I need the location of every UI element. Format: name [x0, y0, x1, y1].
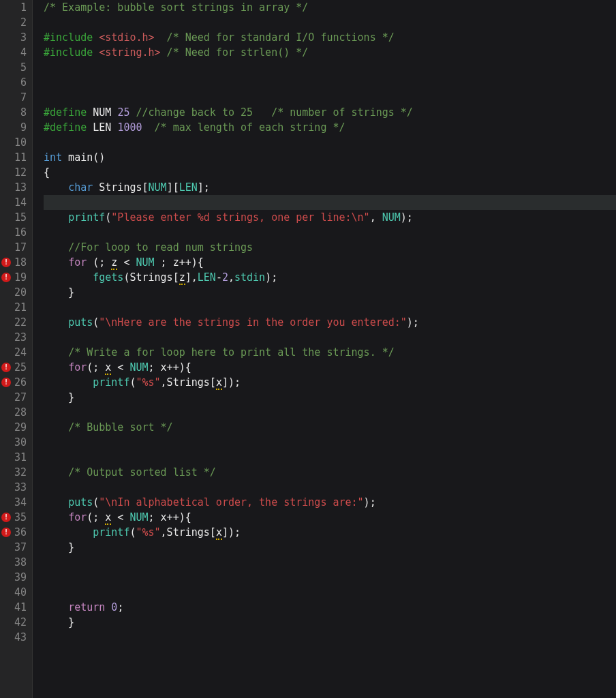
line-number[interactable]: 13 — [0, 180, 27, 195]
line-number[interactable]: 15 — [0, 210, 27, 225]
line-number[interactable]: 39 — [0, 570, 27, 585]
code-line[interactable] — [44, 300, 616, 315]
code-line[interactable]: printf("%s",Strings[x]); — [44, 375, 616, 390]
line-number-gutter[interactable]: 123456789101112131415161718!19!202122232… — [0, 0, 33, 698]
code-line[interactable]: char Strings[NUM][LEN]; — [44, 180, 616, 195]
code-line[interactable] — [44, 630, 616, 645]
line-number[interactable]: 32 — [0, 465, 27, 480]
line-number[interactable]: 10 — [0, 135, 27, 150]
line-number[interactable]: 23 — [0, 330, 27, 345]
error-icon[interactable]: ! — [1, 273, 11, 282]
code-line[interactable]: } — [44, 540, 616, 555]
code-line[interactable]: int main() — [44, 150, 616, 165]
code-line[interactable]: for(; x < NUM; x++){ — [44, 360, 616, 375]
code-line[interactable]: printf("Please enter %d strings, one per… — [44, 210, 616, 225]
code-line[interactable]: #define NUM 25 //change back to 25 /* nu… — [44, 105, 616, 120]
line-number[interactable]: 18! — [0, 255, 27, 270]
line-number[interactable]: 30 — [0, 435, 27, 450]
line-number[interactable]: 11 — [0, 150, 27, 165]
line-number[interactable]: 21 — [0, 300, 27, 315]
line-number[interactable]: 35! — [0, 510, 27, 525]
code-editor[interactable]: /* Example: bubble sort strings in array… — [33, 0, 616, 698]
line-number[interactable]: 41 — [0, 600, 27, 615]
code-line[interactable]: #define LEN 1000 /* max length of each s… — [44, 120, 616, 135]
line-number[interactable]: 5 — [0, 60, 27, 75]
code-line[interactable] — [44, 225, 616, 240]
code-line[interactable]: { — [44, 165, 616, 180]
code-line[interactable]: /* Output sorted list */ — [44, 465, 616, 480]
code-line[interactable] — [44, 15, 616, 30]
line-number[interactable]: 19! — [0, 270, 27, 285]
code-line[interactable] — [44, 60, 616, 75]
code-line[interactable]: puts("\nHere are the strings in the orde… — [44, 315, 616, 330]
line-number[interactable]: 26! — [0, 375, 27, 390]
line-number[interactable]: 24 — [0, 345, 27, 360]
line-number[interactable]: 29 — [0, 420, 27, 435]
code-token: #include — [44, 46, 99, 59]
code-line[interactable]: } — [44, 390, 616, 405]
code-token: #define — [44, 121, 87, 134]
code-line[interactable] — [44, 450, 616, 465]
code-line[interactable] — [44, 585, 616, 600]
code-token: Strings[ — [93, 181, 148, 194]
line-number[interactable]: 3 — [0, 30, 27, 45]
line-number[interactable]: 27 — [0, 390, 27, 405]
error-icon[interactable]: ! — [1, 378, 11, 387]
code-line[interactable]: //For loop to read num strings — [44, 240, 616, 255]
line-number[interactable]: 37 — [0, 540, 27, 555]
line-number[interactable]: 14 — [0, 195, 27, 210]
error-icon[interactable]: ! — [1, 258, 11, 267]
line-number[interactable]: 6 — [0, 75, 27, 90]
line-number[interactable]: 33 — [0, 480, 27, 495]
code-line[interactable] — [44, 135, 616, 150]
code-line[interactable]: /* Bubble sort */ — [44, 420, 616, 435]
line-number[interactable]: 38 — [0, 555, 27, 570]
code-line[interactable]: fgets(Strings[z],LEN-2,stdin); — [44, 270, 616, 285]
error-icon[interactable]: ! — [1, 363, 11, 372]
code-token: puts — [68, 316, 93, 329]
code-line[interactable]: } — [44, 285, 616, 300]
error-icon[interactable]: ! — [1, 513, 11, 522]
code-line[interactable]: /* Example: bubble sort strings in array… — [44, 0, 616, 15]
line-number[interactable]: 34 — [0, 495, 27, 510]
error-icon[interactable]: ! — [1, 528, 11, 537]
line-number[interactable]: 25! — [0, 360, 27, 375]
code-line[interactable] — [44, 330, 616, 345]
code-token: char — [68, 181, 93, 194]
line-number[interactable]: 17 — [0, 240, 27, 255]
code-line[interactable] — [44, 90, 616, 105]
line-number[interactable]: 31 — [0, 450, 27, 465]
line-number[interactable]: 8 — [0, 105, 27, 120]
line-number[interactable]: 1 — [0, 0, 27, 15]
line-number[interactable]: 4 — [0, 45, 27, 60]
code-line[interactable]: for (; z < NUM ; z++){ — [44, 255, 616, 270]
code-line[interactable] — [44, 570, 616, 585]
line-number[interactable]: 9 — [0, 120, 27, 135]
line-number[interactable]: 12 — [0, 165, 27, 180]
code-line[interactable]: for(; x < NUM; x++){ — [44, 510, 616, 525]
code-line[interactable] — [44, 555, 616, 570]
code-line[interactable]: printf("%s",Strings[x]); — [44, 525, 616, 540]
code-line[interactable] — [44, 480, 616, 495]
code-line[interactable]: return 0; — [44, 600, 616, 615]
line-number[interactable]: 43 — [0, 630, 27, 645]
code-line[interactable]: #include <string.h> /* Need for strlen()… — [44, 45, 616, 60]
code-line[interactable] — [44, 75, 616, 90]
code-line[interactable]: #include <stdio.h> /* Need for standard … — [44, 30, 616, 45]
code-line[interactable] — [44, 435, 616, 450]
code-token: x — [105, 511, 111, 525]
line-number[interactable]: 16 — [0, 225, 27, 240]
code-line[interactable] — [44, 195, 616, 210]
line-number[interactable]: 42 — [0, 615, 27, 630]
code-line[interactable]: puts("\nIn alphabetical order, the strin… — [44, 495, 616, 510]
line-number[interactable]: 7 — [0, 90, 27, 105]
line-number[interactable]: 2 — [0, 15, 27, 30]
code-line[interactable] — [44, 405, 616, 420]
line-number[interactable]: 40 — [0, 585, 27, 600]
line-number[interactable]: 28 — [0, 405, 27, 420]
line-number[interactable]: 36! — [0, 525, 27, 540]
code-line[interactable]: /* Write a for loop here to print all th… — [44, 345, 616, 360]
code-line[interactable]: } — [44, 615, 616, 630]
line-number[interactable]: 22 — [0, 315, 27, 330]
line-number[interactable]: 20 — [0, 285, 27, 300]
